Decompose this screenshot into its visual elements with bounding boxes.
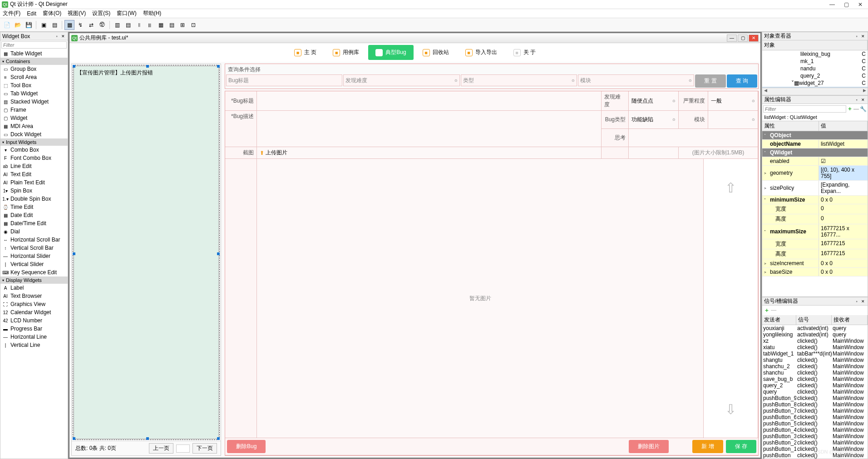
layout-vs-icon[interactable]: ⫼ <box>145 20 155 30</box>
severity-select[interactable]: 一般⊙ <box>708 91 758 110</box>
signal-row[interactable]: pushButton_3clicked()MainWindow <box>762 433 868 439</box>
signal-row[interactable]: pushButton_9clicked()MainWindow <box>762 395 868 401</box>
property-table[interactable]: ˅QObjectobjectNamelistWidget˅QWidgetenab… <box>762 131 868 296</box>
widget-item[interactable]: 1▾Spin Box <box>0 187 68 195</box>
save-icon[interactable]: 💾 <box>24 20 34 30</box>
dock-float-icon[interactable]: ▫ <box>854 97 859 103</box>
list-item[interactable]: 【宣传图片管理】上传图片报错 <box>77 69 216 77</box>
tree-row[interactable]: lileixing_bugC <box>762 50 868 58</box>
minimize-icon[interactable]: — <box>829 1 835 8</box>
next-button[interactable]: 下一页 <box>192 443 217 454</box>
delete-bug-button[interactable]: 删除Bug <box>227 440 266 453</box>
widget-item[interactable]: ▭Group Box <box>0 65 68 73</box>
open-icon[interactable]: 📂 <box>13 20 23 30</box>
widget-item[interactable]: ▢Widget <box>0 114 68 122</box>
widget-item[interactable]: AIPlain Text Edit <box>0 178 68 187</box>
new-button[interactable]: 新 增 <box>692 440 723 453</box>
save-button[interactable]: 保 存 <box>726 440 756 453</box>
new-icon[interactable]: 📄 <box>2 20 12 30</box>
signal-row[interactable]: pushButton_2clicked()MainWindow <box>762 439 868 446</box>
menu-item[interactable]: 设置(S) <box>92 10 110 17</box>
list-widget[interactable]: 【宣传图片管理】上传图片报错 <box>74 66 219 439</box>
query-field[interactable]: 发现难度⊙ <box>343 74 459 86</box>
maximize-icon[interactable]: ▢ <box>844 1 849 8</box>
tree-row[interactable]: ˅ ▦ widget_27C <box>762 79 868 87</box>
delete-img-button[interactable]: 删除图片 <box>629 440 669 453</box>
widget-box-list[interactable]: ▦Table Widget▾Containers▭Group Box≡Scrol… <box>0 49 68 459</box>
widget-item[interactable]: 12Calendar Widget <box>0 308 68 316</box>
widget-item[interactable]: ▭Tab Widget <box>0 89 68 98</box>
widget-category[interactable]: ▾Containers <box>0 58 68 65</box>
query-field[interactable]: Bug标题 <box>226 74 342 86</box>
widget-item[interactable]: |Vertical Slider <box>0 260 68 268</box>
send-back-icon[interactable]: ▣ <box>39 20 49 30</box>
signal-row[interactable]: save_bug_bclicked()MainWindow <box>762 376 868 382</box>
signal-row[interactable]: pushButton_6clicked()MainWindow <box>762 414 868 420</box>
signal-row[interactable]: pushButton_4clicked()MainWindow <box>762 427 868 433</box>
sub-close-icon[interactable]: ✕ <box>749 35 759 42</box>
widget-item[interactable]: ⌚Time Edit <box>0 203 68 211</box>
signal-row[interactable]: query_2clicked()MainWindow <box>762 382 868 389</box>
remove-signal-icon[interactable]: — <box>771 307 776 313</box>
think-input[interactable] <box>629 129 758 147</box>
signal-row[interactable]: pushButton_5clicked()MainWindow <box>762 420 868 427</box>
property-filter[interactable] <box>763 105 846 113</box>
property-row[interactable]: >sizeIncrement0 x 0 <box>762 259 868 268</box>
module-select[interactable]: ⊙ <box>708 111 758 128</box>
signal-row[interactable]: youxianjiactivated(int)query <box>762 325 868 331</box>
tab[interactable]: ■回收站 <box>415 45 456 60</box>
property-row[interactable]: ˅minimumSize0 x 0 <box>762 196 868 204</box>
adjust-size-icon[interactable]: ⊡ <box>188 20 198 30</box>
dock-close-icon[interactable]: ✕ <box>60 34 66 39</box>
widget-item[interactable]: ⬚Tool Box <box>0 81 68 89</box>
widget-item[interactable]: ▦MDI Area <box>0 122 68 130</box>
query-field[interactable]: 模块⊙ <box>578 74 694 86</box>
menu-item[interactable]: 窗口(W) <box>117 10 136 17</box>
menu-item[interactable]: 视图(V) <box>68 10 86 17</box>
property-row[interactable]: >baseSize0 x 0 <box>762 268 868 276</box>
widget-item[interactable]: —Horizontal Slider <box>0 252 68 260</box>
layout-hs-icon[interactable]: ⫴ <box>134 20 144 30</box>
signal-row[interactable]: queryclicked()MainWindow <box>762 389 868 395</box>
property-row[interactable]: ˅QObject <box>762 131 868 140</box>
up-arrow-button[interactable]: ⇧ <box>704 159 758 216</box>
widget-item[interactable]: ▭Dock Widget <box>0 130 68 138</box>
bugtitle-input[interactable] <box>257 91 602 110</box>
widget-box-filter[interactable] <box>1 41 67 49</box>
widget-item[interactable]: ◉Dial <box>0 227 68 236</box>
signal-row[interactable]: shangtuclicked()MainWindow <box>762 357 868 363</box>
widget-item[interactable]: ALabel <box>0 284 68 292</box>
signal-row[interactable]: tabWidget_1tabBar***d(int)MainWindow <box>762 350 868 357</box>
widget-category[interactable]: ▾Display Widgets <box>0 276 68 284</box>
widget-item[interactable]: ▾Combo Box <box>0 146 68 154</box>
widget-item[interactable]: |Vertical Line <box>0 341 68 349</box>
widget-item[interactable]: ▦Date Edit <box>0 211 68 219</box>
widget-item[interactable]: 1.▾Double Spin Box <box>0 195 68 203</box>
signal-row[interactable]: xzclicked()MainWindow <box>762 338 868 344</box>
upload-button[interactable]: ⬆ 上传图片 <box>257 147 602 158</box>
menu-item[interactable]: 窗体(O) <box>43 10 61 17</box>
down-arrow-button[interactable]: ⇩ <box>704 380 758 438</box>
break-layout-icon[interactable]: ⊞ <box>178 20 187 30</box>
layout-grid-icon[interactable]: ▦ <box>156 20 166 30</box>
menu-item[interactable]: 文件(F) <box>3 10 20 17</box>
property-row[interactable]: 高度0 <box>762 214 868 224</box>
config-icon[interactable]: 🔧 <box>860 106 867 112</box>
dock-close-icon[interactable]: ✕ <box>860 299 866 304</box>
bring-front-icon[interactable]: ▤ <box>49 20 59 30</box>
sub-max-icon[interactable]: ▢ <box>738 35 748 42</box>
query-field[interactable]: 类型⊙ <box>461 74 577 86</box>
layout-h-icon[interactable]: ▥ <box>112 20 122 30</box>
signal-row[interactable]: shanchuclicked()MainWindow <box>762 370 868 376</box>
prev-button[interactable]: 上一页 <box>149 443 173 454</box>
signal-row[interactable]: xiatuclicked()MainWindow <box>762 344 868 350</box>
add-prop-icon[interactable]: ＋ <box>847 105 853 113</box>
close-icon[interactable]: ✕ <box>858 1 863 8</box>
property-row[interactable]: enabled☑ <box>762 157 868 166</box>
bugdesc-input[interactable] <box>257 111 602 147</box>
edit-widgets-icon[interactable]: ▦ <box>64 20 74 30</box>
widget-item[interactable]: abLine Edit <box>0 162 68 170</box>
property-row[interactable]: ˅maximumSize16777215 x 16777... <box>762 224 868 239</box>
menu-item[interactable]: Edit <box>27 10 36 17</box>
signal-row[interactable]: pushButton_7clicked()MainWindow <box>762 408 868 414</box>
